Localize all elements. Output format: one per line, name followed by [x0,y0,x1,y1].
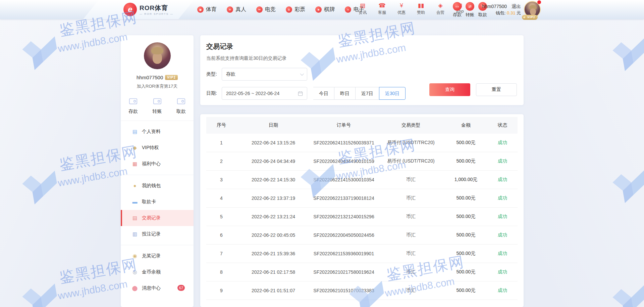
date-range-shortcuts: 今日 昨日 近7日 近30日 [313,87,406,100]
sidebar-menu-item[interactable]: ⬤ 消息中心 67 [121,280,194,296]
type-label: 类型: [206,71,222,77]
cell-amount: 500.00元 [444,140,487,146]
menu-item-label: 消息中心 [142,285,161,291]
menu-item-icon: ▤ [132,215,138,221]
nav-item-icon: 8 [286,6,292,13]
quick-action[interactable]: 转账 [152,96,162,115]
nav-item[interactable]: ◉ 体育 [197,6,217,13]
utility-item[interactable]: ▤ 资讯 [357,2,369,15]
profile-vip-badge: VIP1 [165,75,178,80]
site-logo[interactable]: e ROR体育 — ROR SPORTS — [123,3,173,16]
table-row[interactable]: 3 2022-06-22 14:15:30 SF2022062214153000… [206,171,518,189]
header-avatar[interactable]: VIP1 [524,1,541,18]
utility-label: 客服 [378,10,386,15]
sidebar: hhm077500 VIP1 加入ROR体育第17天 存款 转账 [121,35,194,307]
utility-label: 合营 [436,10,444,15]
cell-transaction-type: 易币付 (USDT/TRC20) [377,140,444,146]
table-row[interactable]: 4 2022-06-22 13:37:19 SF2022062213371900… [206,189,518,208]
cell-status: 成功 [487,251,518,257]
table-row[interactable]: 8 2022-06-21 02:17:58 SF2022062102175800… [206,263,518,281]
utility-item[interactable]: ¥ 优惠 [395,2,408,15]
table-header-cell: 序号 [206,122,236,128]
nav-item[interactable]: ★ 棋牌 [315,6,335,13]
date-range-input[interactable]: 2022-05-26 ~ 2022-06-24 [222,87,307,100]
type-select-value: 存款 [226,71,235,77]
utility-label: 资讯 [359,10,367,15]
table-header-cell: 交易类型 [377,122,444,128]
menu-item-label: 福利中心 [142,161,161,167]
menu-item-icon: ⬤ [132,285,138,291]
range-shortcut-button[interactable]: 今日 [313,87,334,100]
cell-order-number: SF202206221415300010354 [310,177,377,182]
range-shortcut-button[interactable]: 近7日 [356,87,379,100]
sidebar-menu-item[interactable]: ● 我的钱包 [121,178,194,194]
table-header-cell: 状态 [487,122,518,128]
cell-status: 成功 [487,232,518,238]
watermark-check-logo-icon [607,164,644,205]
sidebar-menu-item[interactable]: ▦ 福利中心 [121,156,194,172]
sidebar-menu-item[interactable]: ◎ 金币余额 [121,264,194,280]
logo-title: ROR体育 [140,4,173,12]
table-row[interactable]: 5 2022-06-22 13:21:24 SF2022062213212400… [206,208,518,226]
quick-action[interactable]: 存款 [128,96,138,115]
range-shortcut-button[interactable]: 近30日 [379,87,406,100]
cell-order-number: SF202206221337190018124 [310,195,377,201]
query-button[interactable]: 查询 [429,83,470,96]
nav-item[interactable]: ✳ 真人 [227,6,246,13]
cell-index: 1 [206,140,236,145]
table-row[interactable]: 1 2022-06-24 13:15:26 SF2022062413152600… [206,134,518,152]
cell-transaction-type: 易币付 (USDT/TRC20) [377,158,444,164]
menu-item-icon: ▬ [132,199,138,205]
message-count-badge: 67 [177,285,185,291]
utility-icon: ▤ [360,2,365,9]
cell-index: 2 [206,159,236,164]
cell-order-number: SF202206220045050024456 [310,232,377,238]
sidebar-menu-item[interactable]: ▬ 取款卡 [121,194,194,210]
table-body: 1 2022-06-24 13:15:26 SF2022062413152600… [206,134,518,300]
cell-index: 3 [206,177,236,182]
sidebar-menu-item[interactable]: ▤ 交易记录 [121,210,194,226]
cell-status: 成功 [487,214,518,220]
menu-group-wallet: ● 我的钱包 ▬ 取款卡 ▤ 交易记录 ▥ 投注记录 [121,175,194,245]
menu-item-label: 兑奖记录 [142,253,161,259]
logout-link[interactable]: 退出 [512,4,521,9]
notification-dot [537,0,541,4]
utility-icon: ◈ [438,2,442,9]
cell-status: 成功 [487,177,518,183]
nav-item[interactable]: 8 彩票 [286,6,305,13]
profile-avatar[interactable] [144,42,171,69]
cell-index: 9 [206,288,236,293]
utility-item[interactable]: ☎ 客服 [376,2,388,15]
table-row[interactable]: 6 2022-06-22 00:45:05 SF2022062200450500… [206,226,518,245]
quick-action-label: 取款 [176,108,186,115]
nav-item-label: 真人 [235,6,246,13]
nav-item[interactable]: •• 电竞 [256,6,276,13]
sidebar-menu-item[interactable]: ◆ VIP特权 [121,140,194,156]
cell-order-number: SF202206210151070023383 [310,288,377,293]
cell-transaction-type: 币汇 [377,177,444,183]
table-row[interactable]: 9 2022-06-21 01:51:07 SF2022062101510700… [206,281,518,300]
quick-action-icon [128,96,138,106]
utility-item[interactable]: ◈ 合营 [434,2,446,15]
table-row[interactable]: 7 2022-06-21 15:39:36 SF2022062115393600… [206,245,518,263]
main-nav: ◉ 体育 ✳ 真人 •• 电竞 8 彩票 ★ 棋牌 [197,0,364,19]
utility-item[interactable]: ▮▮ 赞助 [415,2,427,15]
reset-button[interactable]: 重置 [476,83,517,96]
table-row[interactable]: 2 2022-06-24 04:34:49 SF2022062404344900… [206,152,518,171]
range-shortcut-button[interactable]: 昨日 [334,87,356,100]
watermark-check-logo-icon [607,32,644,73]
cell-transaction-type: 币汇 [377,214,444,220]
type-select[interactable]: 存款 [222,68,307,81]
vip-badge: VIP1 [522,15,538,20]
sidebar-menu-item[interactable]: ▤ 个人资料 [121,124,194,140]
cell-order-number: SF202206241315260039371 [310,140,377,145]
cell-order-number: SF202206221321240015296 [310,214,377,219]
nav-item-icon: ◉ [197,6,204,13]
wallet-unit: 元 [517,10,521,15]
sidebar-menu-item[interactable]: ▥ 投注记录 [121,226,194,242]
sidebar-menu-item[interactable]: ◉ 兑奖记录 [121,248,194,264]
watermark-check-logo-icon [17,278,62,307]
quick-action[interactable]: 取款 [176,96,186,115]
money-action[interactable]: ▭ 存款 [452,2,462,18]
money-action[interactable]: ⇄ 转账 [465,2,475,18]
